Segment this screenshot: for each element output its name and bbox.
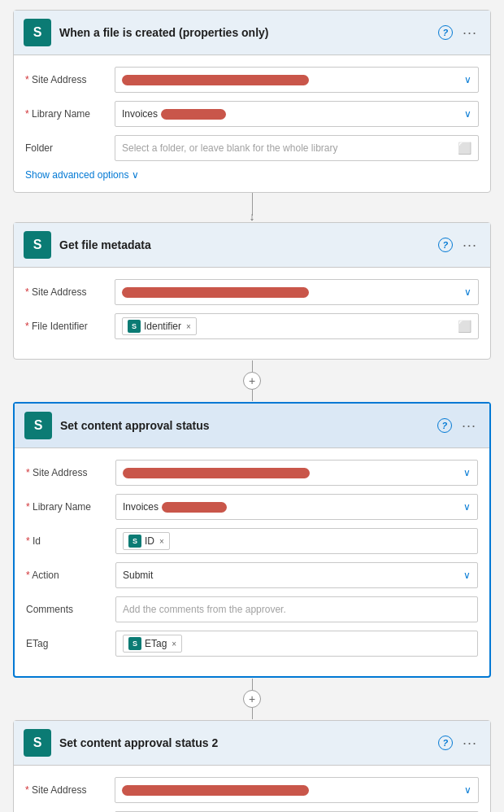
field-row-library-2: Library Name Invoices ∨	[26, 494, 478, 520]
label-library-2: Library Name	[26, 501, 115, 513]
comments-placeholder-1: Add the comments from the approver.	[123, 604, 286, 615]
chip-icon-etag-1: S	[128, 637, 141, 650]
library-prefix-2: Invoices	[123, 501, 159, 513]
card-approval-1-header: S Set content approval status ? ···	[15, 404, 489, 448]
card-approval-2: S Set content approval status 2 ? ··· Si…	[13, 720, 491, 812]
input-comments-1[interactable]: Add the comments from the approver.	[115, 596, 478, 622]
connector-line-bottom-2	[252, 708, 253, 719]
label-folder-1: Folder	[25, 142, 115, 154]
input-file-id[interactable]: S Identifier × ⬜	[115, 313, 479, 339]
folder-icon-1[interactable]: ⬜	[458, 142, 471, 155]
chip-icon-id-1: S	[128, 535, 141, 548]
input-library-2[interactable]: Invoices ∨	[115, 494, 478, 520]
chip-icon-identifier: S	[128, 320, 141, 333]
card-metadata: S Get file metadata ? ··· Site Address ∨…	[13, 222, 491, 360]
tag-etag-1: S ETag ×	[123, 635, 182, 653]
input-site-address-1[interactable]: ∨	[115, 67, 479, 93]
label-site-address-2: Site Address	[25, 286, 115, 298]
field-row-comments-1: Comments Add the comments from the appro…	[26, 596, 478, 622]
connector-1: ↓	[250, 193, 255, 222]
input-site-3[interactable]: ∨	[115, 460, 478, 486]
approval2-more-button[interactable]: ···	[459, 733, 480, 753]
card-approval-2-body: Site Address ∨ Library Name Invoices ∨	[14, 766, 490, 812]
approval2-help-button[interactable]: ?	[438, 736, 453, 750]
plus-circle-1[interactable]: +	[243, 372, 261, 390]
label-id-1: Id	[26, 535, 115, 547]
card-approval-1-icon: S	[24, 412, 52, 439]
card-approval-1-title: Set content approval status	[60, 419, 429, 432]
card-trigger-header: S When a file is created (properties onl…	[14, 11, 490, 55]
card-approval-2-title: Set content approval status 2	[59, 736, 430, 749]
card-approval-2-icon: S	[24, 729, 51, 757]
advanced-options-label: Show advanced options	[25, 169, 128, 181]
chip-label-etag-1: ETag	[145, 638, 167, 649]
field-row-action-1: Action Submit ∨	[26, 562, 478, 588]
field-row-id-1: Id S ID ×	[26, 528, 478, 554]
field-row-library-1: Library Name Invoices ∨	[25, 101, 479, 127]
field-row-site-address-2: Site Address ∨	[25, 279, 479, 305]
label-action-1: Action	[26, 570, 115, 581]
card-approval-2-actions: ? ···	[438, 733, 480, 753]
label-library-1: Library Name	[25, 108, 115, 120]
dropdown-arrow-action-1: ∨	[463, 570, 471, 581]
label-comments-1: Comments	[26, 604, 115, 615]
dropdown-arrow-site-3: ∨	[463, 467, 471, 478]
dropdown-arrow-site-4: ∨	[464, 784, 471, 796]
input-library-1[interactable]: Invoices ∨	[115, 101, 479, 127]
advanced-options-link[interactable]: Show advanced options ∨	[25, 169, 479, 181]
card-approval-2-header: S Set content approval status 2 ? ···	[14, 721, 490, 766]
dropdown-arrow-site-1: ∨	[464, 74, 471, 85]
connector-plus-2: +	[243, 678, 261, 720]
metadata-more-button[interactable]: ···	[459, 235, 480, 255]
approval1-help-button[interactable]: ?	[437, 418, 452, 433]
field-row-site-address-1: Site Address ∨	[25, 67, 479, 93]
field-row-folder-1: Folder Select a folder, or leave blank f…	[25, 135, 479, 161]
folder-placeholder-1: Select a folder, or leave blank for the …	[122, 142, 337, 154]
action-value-1: Submit	[123, 570, 153, 581]
advanced-chevron-icon: ∨	[132, 169, 139, 181]
connector-line-bottom-1	[252, 390, 253, 401]
card-trigger-icon: S	[24, 19, 51, 46]
input-action-1[interactable]: Submit ∨	[115, 562, 478, 588]
chip-close-etag-1[interactable]: ×	[172, 640, 176, 648]
card-metadata-title: Get file metadata	[59, 238, 430, 251]
label-site-address-1: Site Address	[25, 74, 115, 85]
file-id-folder-icon[interactable]: ⬜	[458, 320, 471, 333]
approval1-more-button[interactable]: ···	[458, 416, 480, 436]
card-trigger-actions: ? ···	[438, 23, 480, 43]
card-trigger-title: When a file is created (properties only)	[59, 26, 430, 39]
input-folder-1[interactable]: Select a folder, or leave blank for the …	[115, 135, 479, 161]
field-row-file-id: File Identifier S Identifier × ⬜	[25, 313, 479, 339]
label-etag-1: ETag	[26, 638, 115, 649]
input-id-1[interactable]: S ID ×	[115, 528, 478, 554]
chip-label-id-1: ID	[145, 535, 154, 547]
metadata-help-button[interactable]: ?	[438, 238, 453, 252]
chip-label-identifier: Identifier	[144, 321, 181, 332]
input-etag-1[interactable]: S ETag ×	[115, 631, 478, 657]
card-metadata-actions: ? ···	[438, 235, 480, 255]
dropdown-arrow-site-2: ∨	[464, 286, 471, 298]
label-site-3: Site Address	[26, 467, 115, 478]
trigger-more-button[interactable]: ···	[459, 23, 480, 43]
field-row-etag-1: ETag S ETag ×	[26, 631, 478, 657]
plus-circle-2[interactable]: +	[243, 690, 261, 708]
dropdown-arrow-lib-2: ∨	[463, 501, 471, 513]
chip-close-id-1[interactable]: ×	[159, 537, 164, 546]
input-site-4[interactable]: ∨	[115, 777, 479, 803]
card-metadata-icon: S	[24, 231, 51, 259]
card-approval-1-actions: ? ···	[437, 416, 480, 436]
card-approval-1: S Set content approval status ? ··· Site…	[13, 402, 491, 678]
flow-canvas: S When a file is created (properties onl…	[0, 0, 504, 812]
card-trigger-body: Site Address ∨ Library Name Invoices ∨	[14, 55, 490, 192]
trigger-help-button[interactable]: ?	[438, 25, 453, 40]
connector-line-top-1	[252, 360, 253, 372]
connector-arrow-1: ↓	[250, 211, 255, 222]
tag-identifier: S Identifier ×	[122, 317, 197, 335]
chip-close-identifier[interactable]: ×	[186, 322, 191, 331]
card-approval-1-body: Site Address ∨ Library Name Invoices ∨	[15, 448, 489, 676]
connector-plus-1: +	[243, 360, 261, 402]
field-row-site-4: Site Address ∨	[25, 777, 479, 803]
input-site-address-2[interactable]: ∨	[115, 279, 479, 305]
card-metadata-body: Site Address ∨ File Identifier S Identif…	[14, 268, 490, 359]
connector-line-top-2	[252, 679, 253, 690]
